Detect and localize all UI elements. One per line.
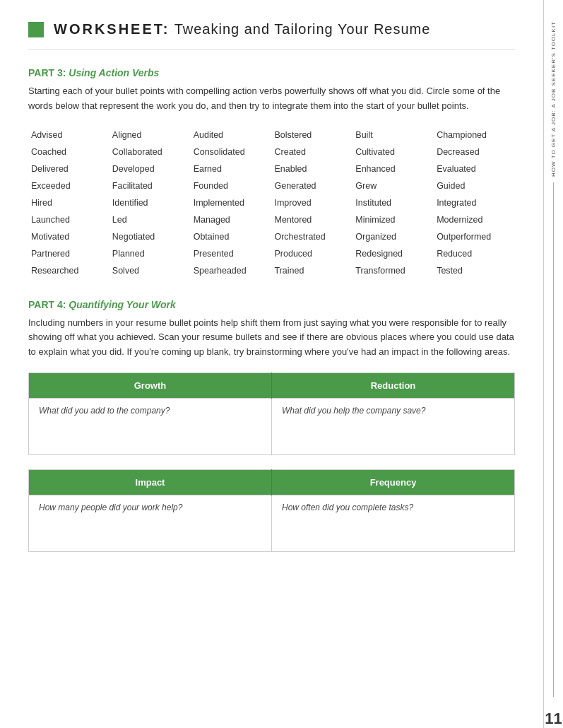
right-tab-label: HOW TO GET A JOB: A JOB SEEKER'S TOOLKIT — [550, 21, 557, 177]
verb-cell: Coached — [28, 143, 109, 160]
verb-cell: Researched — [28, 262, 109, 279]
header-label: WORKSHEET: — [54, 21, 170, 37]
page-header: WORKSHEET: Tweaking and Tailoring Your R… — [28, 21, 515, 50]
part3-italic-label: Using Action Verbs — [69, 67, 159, 78]
part3-heading: PART 3: Using Action Verbs — [28, 67, 515, 78]
part3-label: PART 3: — [28, 67, 66, 78]
verb-cell: Tested — [434, 262, 515, 279]
verb-cell: Led — [109, 211, 191, 228]
verb-cell: Championed — [434, 127, 515, 143]
verb-cell: Generated — [271, 177, 352, 194]
verb-cell: Earned — [191, 160, 272, 177]
verb-row: MotivatedNegotiatedObtainedOrchestratedO… — [28, 228, 515, 245]
verb-cell: Grew — [352, 177, 434, 194]
verb-cell: Exceeded — [28, 177, 109, 194]
verb-cell: Partnered — [28, 245, 109, 262]
verb-cell: Identified — [109, 194, 191, 211]
verb-row: HiredIdentifiedImplementedImprovedInstit… — [28, 194, 515, 211]
verb-cell: Advised — [28, 127, 109, 143]
table2-content-row: How many people did your work help? How … — [29, 495, 515, 551]
verb-row: ResearchedSolvedSpearheadedTrainedTransf… — [28, 262, 515, 279]
verb-cell: Solved — [109, 262, 191, 279]
table2-header-row: Impact Frequency — [29, 469, 515, 495]
table1-col1-header: Growth — [29, 372, 272, 398]
verb-cell: Implemented — [191, 194, 272, 211]
verb-cell: Orchestrated — [271, 228, 352, 245]
table1-content-row: What did you add to the company? What di… — [29, 398, 515, 454]
table2-col1-text: How many people did your work help? — [29, 495, 272, 551]
table2-col2-header: Frequency — [272, 469, 515, 495]
verb-cell: Launched — [28, 211, 109, 228]
verb-row: PartneredPlannedPresentedProducedRedesig… — [28, 245, 515, 262]
verb-cell: Aligned — [109, 127, 191, 143]
table2-col1-header: Impact — [29, 469, 272, 495]
verb-cell: Transformed — [352, 262, 434, 279]
page-number: 11 — [545, 710, 562, 728]
verb-cell: Developed — [109, 160, 191, 177]
green-square-icon — [28, 22, 44, 37]
header-title-text: Tweaking and Tailoring Your Resume — [170, 21, 430, 37]
verb-cell: Minimized — [352, 211, 434, 228]
page-title: WORKSHEET: Tweaking and Tailoring Your R… — [54, 21, 430, 37]
verb-cell: Instituted — [352, 194, 434, 211]
part3-section: PART 3: Using Action Verbs Starting each… — [28, 67, 515, 279]
verb-cell: Planned — [109, 245, 191, 262]
verb-row: LaunchedLedManagedMentoredMinimizedModer… — [28, 211, 515, 228]
table1-col2-text: What did you help the company save? — [272, 398, 515, 454]
table1-col2-header: Reduction — [272, 372, 515, 398]
verb-cell: Improved — [271, 194, 352, 211]
verb-row: AdvisedAlignedAuditedBolsteredBuiltChamp… — [28, 127, 515, 143]
part4-label: PART 4: — [28, 299, 66, 310]
right-tab: HOW TO GET A JOB: A JOB SEEKER'S TOOLKIT… — [543, 0, 563, 728]
right-tab-divider — [553, 182, 554, 697]
verb-cell: Collaborated — [109, 143, 191, 160]
verb-cell: Decreased — [434, 143, 515, 160]
verb-cell: Consolidated — [191, 143, 272, 160]
verb-cell: Cultivated — [352, 143, 434, 160]
impact-frequency-table: Impact Frequency How many people did you… — [28, 469, 515, 552]
verb-cell: Spearheaded — [191, 262, 272, 279]
verb-cell: Mentored — [271, 211, 352, 228]
verb-cell: Motivated — [28, 228, 109, 245]
verb-cell: Evaluated — [434, 160, 515, 177]
table1-col1-text: What did you add to the company? — [29, 398, 272, 454]
verbs-table: AdvisedAlignedAuditedBolsteredBuiltChamp… — [28, 127, 515, 279]
verb-cell: Delivered — [28, 160, 109, 177]
verb-cell: Integrated — [434, 194, 515, 211]
verb-cell: Reduced — [434, 245, 515, 262]
verb-cell: Managed — [191, 211, 272, 228]
verb-cell: Negotiated — [109, 228, 191, 245]
verb-row: DeliveredDevelopedEarnedEnabledEnhancedE… — [28, 160, 515, 177]
verb-cell: Organized — [352, 228, 434, 245]
verb-cell: Created — [271, 143, 352, 160]
verb-cell: Founded — [191, 177, 272, 194]
verb-cell: Built — [352, 127, 434, 143]
part4-description: Including numbers in your resume bullet … — [28, 316, 515, 360]
verb-cell: Redesigned — [352, 245, 434, 262]
part3-description: Starting each of your bullet points with… — [28, 84, 515, 114]
verb-cell: Presented — [191, 245, 272, 262]
verb-cell: Enabled — [271, 160, 352, 177]
verb-row: CoachedCollaboratedConsolidatedCreatedCu… — [28, 143, 515, 160]
verb-cell: Trained — [271, 262, 352, 279]
verb-row: ExceededFacilitatedFoundedGeneratedGrewG… — [28, 177, 515, 194]
verb-cell: Hired — [28, 194, 109, 211]
verb-cell: Audited — [191, 127, 272, 143]
verb-cell: Modernized — [434, 211, 515, 228]
verb-cell: Facilitated — [109, 177, 191, 194]
verb-cell: Bolstered — [271, 127, 352, 143]
table1-header-row: Growth Reduction — [29, 372, 515, 398]
verb-cell: Outperformed — [434, 228, 515, 245]
verb-cell: Produced — [271, 245, 352, 262]
verb-cell: Obtained — [191, 228, 272, 245]
verb-cell: Enhanced — [352, 160, 434, 177]
growth-reduction-table: Growth Reduction What did you add to the… — [28, 372, 515, 455]
part4-heading: PART 4: Quantifying Your Work — [28, 299, 515, 310]
part4-italic-label: Quantifying Your Work — [69, 299, 175, 310]
table2-col2-text: How often did you complete tasks? — [272, 495, 515, 551]
verb-cell: Guided — [434, 177, 515, 194]
part4-section: PART 4: Quantifying Your Work Including … — [28, 299, 515, 552]
